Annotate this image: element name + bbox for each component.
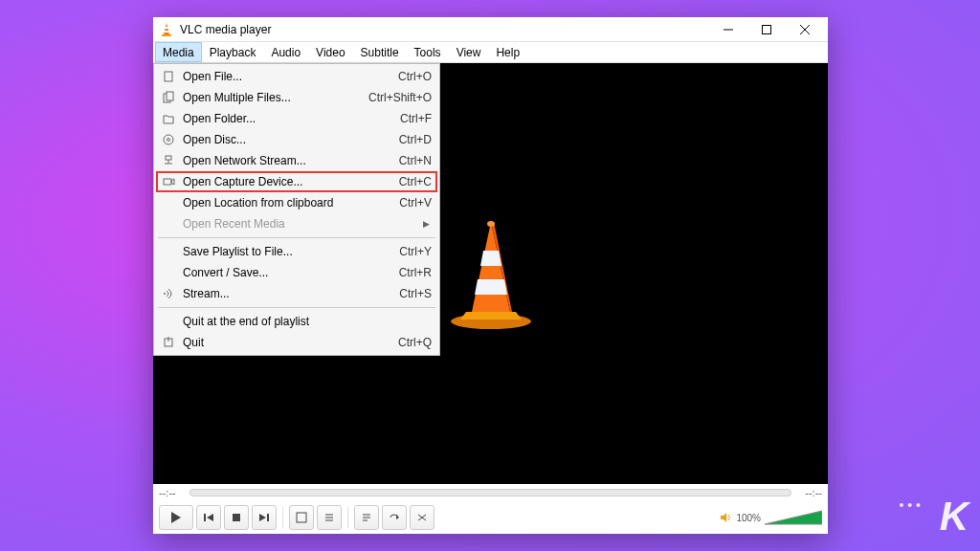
files-icon: [160, 91, 177, 104]
menu-item-open-disc[interactable]: Open Disc...Ctrl+D: [156, 129, 437, 150]
menu-item-label: Stream...: [183, 287, 399, 300]
menu-item-open-multiple-files[interactable]: Open Multiple Files...Ctrl+Shift+O: [156, 87, 437, 108]
network-icon: [160, 154, 177, 167]
total-time: --:--: [797, 487, 822, 498]
menu-item-shortcut: Ctrl+Y: [399, 245, 432, 258]
menu-item-label: Open Folder...: [183, 112, 400, 125]
menu-item-label: Open Location from clipboard: [183, 196, 399, 209]
menu-video[interactable]: Video: [308, 42, 352, 62]
menu-item-quit-at-the-end-of-playlist[interactable]: Quit at the end of playlist: [156, 311, 437, 332]
playback-controls: 100%: [153, 501, 828, 534]
menu-item-label: Open Capture Device...: [183, 175, 399, 188]
file-icon: [160, 70, 177, 83]
play-button[interactable]: [159, 505, 193, 530]
volume-control: 100%: [719, 509, 822, 526]
speaker-icon[interactable]: [719, 511, 732, 524]
svg-marker-26: [475, 279, 507, 295]
svg-rect-13: [166, 156, 171, 160]
stream-icon: [160, 287, 177, 300]
menu-item-open-folder[interactable]: Open Folder...Ctrl+F: [156, 108, 437, 129]
media-dropdown: Open File...Ctrl+OOpen Multiple Files...…: [153, 63, 440, 356]
quit-icon: [160, 336, 177, 349]
menu-view[interactable]: View: [449, 42, 489, 62]
svg-rect-34: [297, 513, 306, 522]
disc-icon: [160, 133, 177, 146]
svg-marker-30: [207, 514, 213, 521]
menu-item-convert-save[interactable]: Convert / Save...Ctrl+R: [156, 262, 437, 283]
menu-audio[interactable]: Audio: [263, 42, 308, 62]
loop-button[interactable]: [382, 505, 407, 530]
menu-item-shortcut: Ctrl+C: [399, 175, 432, 188]
menu-media[interactable]: Media: [155, 42, 202, 62]
menu-item-label: Open Multiple Files...: [183, 91, 368, 104]
seek-slider[interactable]: [189, 489, 791, 496]
menu-item-label: Quit: [183, 336, 398, 349]
volume-slider[interactable]: [765, 509, 822, 526]
submenu-arrow-icon: ▶: [423, 219, 430, 229]
svg-marker-25: [480, 251, 501, 266]
minimize-button[interactable]: [709, 17, 747, 42]
menu-item-label: Open File...: [183, 70, 398, 83]
svg-marker-42: [721, 513, 726, 522]
svg-rect-8: [165, 72, 172, 81]
watermark-logo: K: [940, 494, 967, 540]
menu-item-shortcut: Ctrl+D: [399, 133, 432, 146]
menu-separator: [158, 237, 435, 238]
svg-point-18: [164, 293, 166, 295]
menu-item-open-location-from-clipboard[interactable]: Open Location from clipboardCtrl+V: [156, 192, 437, 213]
menu-item-shortcut: Ctrl+F: [400, 112, 432, 125]
seek-bar: --:-- --:--: [153, 484, 828, 501]
separator: [347, 507, 348, 528]
next-button[interactable]: [252, 505, 277, 530]
menu-item-open-capture-device[interactable]: Open Capture Device...Ctrl+C: [156, 171, 437, 192]
shuffle-button[interactable]: [410, 505, 434, 530]
menu-item-shortcut: Ctrl+S: [399, 287, 432, 300]
svg-marker-23: [472, 222, 510, 312]
vlc-cone-logo: [443, 216, 539, 331]
menu-item-quit[interactable]: QuitCtrl+Q: [156, 332, 437, 353]
menu-item-open-network-stream[interactable]: Open Network Stream...Ctrl+N: [156, 150, 437, 171]
svg-point-27: [487, 221, 495, 227]
menu-separator: [158, 307, 435, 308]
playlist-button[interactable]: [354, 505, 379, 530]
menu-item-save-playlist-to-file[interactable]: Save Playlist to File...Ctrl+Y: [156, 241, 437, 262]
menu-item-label: Quit at the end of playlist: [183, 315, 432, 328]
menu-item-label: Convert / Save...: [183, 266, 399, 279]
menu-playback[interactable]: Playback: [202, 42, 264, 62]
menu-item-shortcut: Ctrl+V: [399, 196, 432, 209]
titlebar: VLC media player: [153, 17, 828, 42]
svg-rect-29: [204, 514, 206, 521]
menu-subtitle[interactable]: Subtitle: [353, 42, 407, 62]
menu-help[interactable]: Help: [488, 42, 527, 62]
svg-rect-33: [267, 514, 269, 521]
menu-item-label: Save Playlist to File...: [183, 245, 399, 258]
menu-item-shortcut: Ctrl+Q: [398, 336, 432, 349]
svg-rect-1: [165, 27, 168, 29]
menu-item-open-file[interactable]: Open File...Ctrl+O: [156, 66, 437, 87]
menu-item-shortcut: Ctrl+N: [399, 154, 432, 167]
menu-item-shortcut: Ctrl+R: [399, 266, 432, 279]
menubar: Media Playback Audio Video Subtitle Tool…: [153, 42, 828, 63]
svg-marker-28: [171, 512, 181, 523]
svg-point-11: [164, 135, 173, 144]
stop-button[interactable]: [224, 505, 249, 530]
extended-settings-button[interactable]: [317, 505, 342, 530]
svg-point-12: [167, 139, 170, 142]
fullscreen-button[interactable]: [289, 505, 314, 530]
menu-tools[interactable]: Tools: [407, 42, 449, 62]
svg-rect-3: [162, 34, 171, 36]
separator: [282, 507, 283, 528]
maximize-button[interactable]: [747, 17, 786, 42]
previous-button[interactable]: [196, 505, 221, 530]
volume-label: 100%: [736, 513, 761, 523]
watermark-dots: • • •: [900, 497, 921, 513]
close-button[interactable]: [786, 17, 824, 42]
window-title: VLC media player: [180, 23, 709, 36]
menu-item-open-recent-media: Open Recent Media▶: [156, 213, 437, 234]
menu-item-label: Open Recent Media: [183, 217, 432, 231]
menu-item-stream[interactable]: Stream...Ctrl+S: [156, 283, 437, 304]
svg-rect-31: [233, 514, 240, 521]
menu-item-label: Open Disc...: [183, 133, 399, 146]
svg-marker-32: [259, 514, 266, 521]
svg-rect-10: [167, 92, 173, 100]
